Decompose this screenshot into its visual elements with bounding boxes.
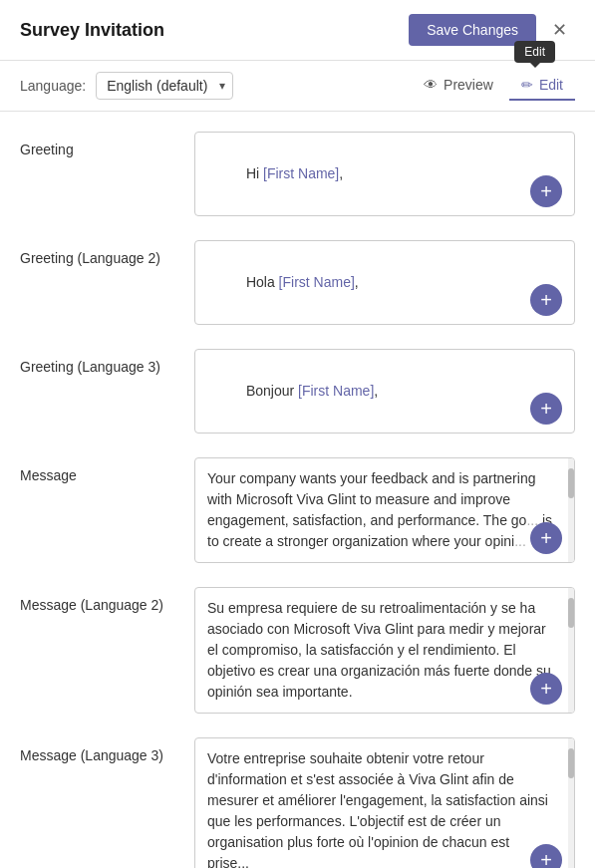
tabs-and-tooltip: Edit 👁 Preview ✏ Edit xyxy=(412,71,575,101)
language-section: Language: English (default) xyxy=(20,72,233,100)
greeting2-text-comma: , xyxy=(355,274,359,290)
preview-icon: 👁 xyxy=(424,77,438,93)
field-row-message: Message Your company wants your feedback… xyxy=(20,447,575,563)
greeting3-merge-firstname: [First Name] xyxy=(298,383,374,399)
field-label-message-lang2: Message (Language 2) xyxy=(20,587,194,613)
field-label-message-lang3: Message (Language 3) xyxy=(20,737,194,763)
language-select-wrapper: English (default) xyxy=(96,72,233,100)
greeting-text-comma: , xyxy=(339,165,343,181)
language-label: Language: xyxy=(20,78,86,94)
message-add-button[interactable]: + xyxy=(530,522,562,554)
field-row-greeting-lang2: Greeting (Language 2) Hola [First Name],… xyxy=(20,230,575,325)
scrollbar-track-message-lang3 xyxy=(568,738,574,868)
field-input-greeting-lang2[interactable]: Hola [First Name], + xyxy=(194,240,575,325)
edit-icon: ✏ xyxy=(521,77,533,93)
field-input-greeting-lang3[interactable]: Bonjour [First Name], + xyxy=(194,349,575,434)
field-input-greeting[interactable]: Hi [First Name], + xyxy=(194,132,575,216)
field-row-message-lang2: Message (Language 2) Su empresa requiere… xyxy=(20,577,575,714)
greeting2-merge-firstname: [First Name] xyxy=(279,274,355,290)
tooltip-edit: Edit xyxy=(514,41,555,63)
language-select[interactable]: English (default) xyxy=(96,72,233,100)
view-tabs: 👁 Preview ✏ Edit xyxy=(412,71,575,101)
tab-preview-label: Preview xyxy=(444,77,493,93)
greeting2-text-hola: Hola xyxy=(246,274,279,290)
field-label-greeting-lang3: Greeting (Language 3) xyxy=(20,349,194,375)
field-label-greeting: Greeting xyxy=(20,132,194,157)
field-label-message: Message xyxy=(20,457,194,483)
message-lang2-add-button[interactable]: + xyxy=(530,673,562,705)
greeting-lang3-add-button[interactable]: + xyxy=(530,393,562,425)
field-text-message-lang2: Su empresa requiere de su retroalimentac… xyxy=(195,588,574,713)
field-input-message-lang3[interactable]: Votre entreprise souhaite obtenir votre … xyxy=(194,737,575,868)
scrollbar-thumb-message-lang3 xyxy=(568,748,574,778)
field-text-greeting-lang3: Bonjour [First Name], xyxy=(195,350,574,433)
tab-preview[interactable]: 👁 Preview xyxy=(412,71,505,101)
field-label-greeting-lang2: Greeting (Language 2) xyxy=(20,240,194,266)
scrollbar-track-message-lang2 xyxy=(568,588,574,713)
field-input-message-lang2[interactable]: Su empresa requiere de su retroalimentac… xyxy=(194,587,575,714)
content-area: Greeting Hi [First Name], + Greeting (La… xyxy=(0,112,595,868)
field-row-message-lang3: Message (Language 3) Votre entreprise so… xyxy=(20,727,575,868)
close-icon: ✕ xyxy=(552,19,567,41)
scrollbar-track-message xyxy=(568,458,574,562)
field-row-greeting-lang3: Greeting (Language 3) Bonjour [First Nam… xyxy=(20,339,575,434)
page-title: Survey Invitation xyxy=(20,20,164,41)
field-row-greeting: Greeting Hi [First Name], + xyxy=(20,122,575,216)
field-text-greeting-lang2: Hola [First Name], xyxy=(195,241,574,324)
greeting-add-button[interactable]: + xyxy=(530,175,562,207)
toolbar: Language: English (default) Edit 👁 Previ… xyxy=(0,61,595,112)
field-input-message[interactable]: Your company wants your feedback and is … xyxy=(194,457,575,563)
tab-edit-label: Edit xyxy=(539,77,563,93)
field-text-message-lang3: Votre entreprise souhaite obtenir votre … xyxy=(195,738,574,868)
greeting-text-hi: Hi xyxy=(246,165,263,181)
field-text-greeting: Hi [First Name], xyxy=(195,133,574,215)
field-text-message: Your company wants your feedback and is … xyxy=(195,458,574,562)
tab-edit[interactable]: ✏ Edit xyxy=(509,71,575,101)
greeting-merge-firstname: [First Name] xyxy=(263,165,339,181)
header: Survey Invitation Save Changes ✕ xyxy=(0,0,595,61)
message-lang3-add-button[interactable]: + xyxy=(530,844,562,868)
greeting-lang2-add-button[interactable]: + xyxy=(530,284,562,316)
greeting3-text-bonjour: Bonjour xyxy=(246,383,298,399)
greeting3-text-comma: , xyxy=(374,383,378,399)
scrollbar-thumb-message xyxy=(568,468,574,498)
scrollbar-thumb-message-lang2 xyxy=(568,598,574,628)
app-window: Survey Invitation Save Changes ✕ Languag… xyxy=(0,0,595,868)
